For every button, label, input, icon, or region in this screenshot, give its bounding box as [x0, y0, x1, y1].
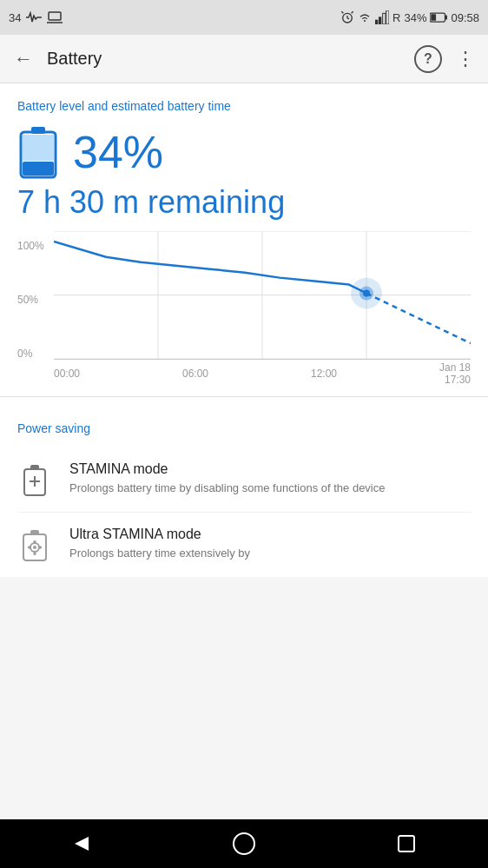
svg-rect-7	[375, 20, 378, 24]
home-nav-button[interactable]	[218, 826, 270, 861]
svg-rect-10	[386, 10, 389, 24]
section-divider	[0, 396, 488, 397]
back-nav-icon	[71, 833, 92, 854]
page-title: Battery	[47, 49, 400, 69]
svg-rect-13	[432, 14, 437, 21]
app-bar: ← Battery ? ⋮	[0, 35, 488, 83]
y-label-50: 50%	[17, 294, 54, 306]
x-label-jan18: Jan 1817:30	[439, 361, 471, 387]
status-left: 34	[9, 11, 63, 24]
stamina-desc: Prolongs battery time by disabling some …	[69, 480, 471, 496]
stamina-icon	[17, 463, 52, 498]
battery-content: Battery level and estimated battery time…	[0, 83, 488, 406]
svg-rect-8	[379, 17, 381, 24]
time-display: 09:58	[451, 11, 479, 24]
battery-percentage: 34%	[73, 126, 163, 178]
activity-icon	[26, 11, 42, 23]
back-nav-button[interactable]	[56, 826, 108, 861]
ultra-stamina-item[interactable]: Ultra STAMINA mode Prolongs battery time…	[17, 513, 471, 577]
help-button[interactable]: ?	[414, 45, 442, 73]
svg-rect-15	[31, 127, 45, 134]
power-saving-section: Power saving STAMINA mode Prolongs batte…	[0, 406, 488, 577]
ultra-stamina-text: Ultra STAMINA mode Prolongs battery time…	[69, 527, 471, 561]
svg-rect-9	[383, 13, 386, 24]
svg-point-41	[234, 833, 254, 854]
x-label-0600: 06:00	[182, 368, 208, 380]
battery-time-remaining: 7 h 30 m remaining	[17, 184, 471, 221]
svg-rect-33	[30, 530, 39, 535]
battery-status-icon	[430, 12, 447, 23]
svg-rect-17	[23, 135, 54, 161]
chart-svg	[54, 231, 471, 359]
svg-line-5	[341, 11, 343, 13]
app-bar-actions: ? ⋮	[414, 45, 474, 73]
alarm-icon	[340, 10, 354, 24]
signal-icon	[375, 10, 389, 24]
battery-percent-status: 34%	[404, 11, 426, 24]
svg-rect-38	[28, 547, 31, 549]
status-bar: 34 R 34%	[0, 0, 488, 35]
svg-rect-29	[30, 465, 39, 470]
y-label-0: 0%	[17, 348, 54, 360]
battery-gear-icon	[20, 529, 49, 562]
wifi-icon	[358, 10, 372, 24]
ultra-stamina-desc: Prolongs battery time extensively by	[69, 546, 471, 561]
battery-plus-icon	[21, 464, 49, 497]
battery-chart: 100% 50% 0%	[17, 231, 471, 388]
svg-line-6	[352, 11, 353, 13]
battery-info-row: 34%	[17, 125, 471, 179]
svg-line-4	[347, 18, 349, 19]
recents-nav-icon	[397, 834, 416, 853]
ultra-stamina-title: Ultra STAMINA mode	[69, 527, 471, 542]
help-icon: ?	[424, 51, 432, 67]
stamina-text: STAMINA mode Prolongs battery time by di…	[69, 461, 471, 496]
home-nav-icon	[232, 832, 256, 856]
chart-y-axis: 100% 50% 0%	[17, 240, 54, 360]
power-saving-label: Power saving	[17, 421, 471, 435]
svg-point-27	[363, 290, 370, 297]
svg-rect-42	[399, 836, 414, 851]
laptop-icon	[47, 11, 63, 23]
stamina-title: STAMINA mode	[69, 461, 471, 477]
ultra-stamina-icon	[17, 528, 52, 563]
network-label: R	[392, 11, 400, 24]
svg-point-35	[33, 546, 36, 549]
battery-section-label: Battery level and estimated battery time	[17, 99, 471, 113]
svg-rect-36	[34, 540, 36, 544]
svg-line-24	[366, 294, 471, 344]
svg-rect-16	[23, 162, 54, 176]
svg-rect-12	[445, 16, 448, 20]
svg-rect-0	[49, 12, 61, 20]
back-button[interactable]: ←	[14, 48, 33, 70]
chart-x-axis: 00:00 06:00 12:00 Jan 1817:30	[54, 360, 471, 388]
status-number: 34	[9, 11, 21, 24]
chart-drawing-area	[54, 231, 471, 360]
battery-svg-icon	[17, 125, 59, 179]
stamina-mode-item[interactable]: STAMINA mode Prolongs battery time by di…	[17, 447, 471, 513]
svg-rect-37	[34, 552, 36, 555]
status-right: R 34% 09:58	[340, 10, 479, 24]
svg-rect-39	[38, 547, 42, 549]
bottom-nav	[0, 819, 488, 868]
recents-nav-button[interactable]	[380, 826, 432, 861]
x-label-1200: 12:00	[311, 368, 337, 380]
svg-marker-40	[75, 837, 89, 851]
x-label-0000: 00:00	[54, 368, 80, 380]
y-label-100: 100%	[17, 240, 54, 252]
more-options-button[interactable]: ⋮	[456, 48, 474, 70]
battery-icon	[17, 125, 59, 179]
